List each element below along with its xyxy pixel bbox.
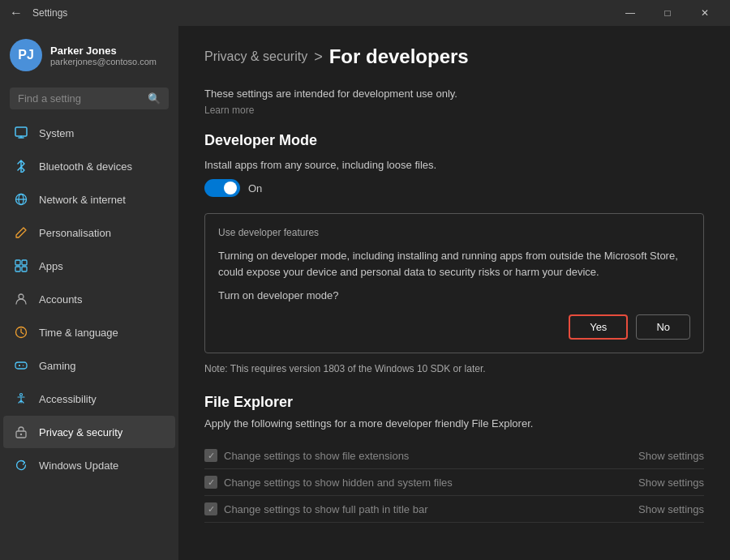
fe-show-settings-1[interactable]: Show settings xyxy=(638,477,704,489)
accessibility-icon xyxy=(13,391,29,407)
fe-show-settings-2[interactable]: Show settings xyxy=(638,503,704,515)
sidebar-item-time-label: Time & language xyxy=(39,327,118,339)
nav-items: System Bluetooth & devices Network & int… xyxy=(0,116,178,560)
fe-item-0: Change settings to show file extensions … xyxy=(204,442,704,469)
main-content: Privacy & security > For developers Thes… xyxy=(178,26,730,560)
sidebar-item-apps-label: Apps xyxy=(39,260,63,272)
fe-checkbox-1[interactable] xyxy=(204,476,217,489)
developer-mode-dialog: Use developer features Turning on develo… xyxy=(204,213,704,353)
dev-mode-buttons: Yes No xyxy=(218,314,690,340)
app-container: PJ Parker Jones parkerjones@contoso.com … xyxy=(0,26,730,560)
page-title: For developers xyxy=(329,45,469,68)
breadcrumb-link[interactable]: Privacy & security xyxy=(204,49,307,64)
dev-mode-warning: Turning on developer mode, including ins… xyxy=(218,248,690,280)
sidebar-item-personalisation[interactable]: Personalisation xyxy=(3,216,175,249)
page-subtitle: These settings are intended for developm… xyxy=(204,88,704,100)
sidebar-item-network-label: Network & internet xyxy=(39,194,126,206)
search-icon: 🔍 xyxy=(148,92,161,105)
sidebar-item-network[interactable]: Network & internet xyxy=(3,183,175,216)
sidebar-item-bluetooth[interactable]: Bluetooth & devices xyxy=(3,150,175,182)
accounts-icon xyxy=(13,291,29,307)
toggle-label: On xyxy=(248,182,262,195)
breadcrumb-separator: > xyxy=(314,49,323,66)
svg-point-8 xyxy=(19,294,24,299)
sidebar-item-accounts-label: Accounts xyxy=(39,293,82,306)
bluetooth-icon xyxy=(13,158,29,174)
yes-button[interactable]: Yes xyxy=(569,314,628,340)
minimize-button[interactable]: — xyxy=(612,0,649,26)
developer-mode-title: Developer Mode xyxy=(204,132,704,149)
sidebar-profile: PJ Parker Jones parkerjones@contoso.com xyxy=(0,26,178,84)
titlebar-controls: — □ ✕ xyxy=(612,0,724,26)
update-icon xyxy=(13,457,29,473)
fe-label-0: Change settings to show file extensions xyxy=(224,450,409,462)
file-explorer-description: Apply the following settings for a more … xyxy=(204,417,704,430)
titlebar-title: Settings xyxy=(32,7,67,19)
file-explorer-section: File Explorer Apply the following settin… xyxy=(204,394,704,523)
sidebar-item-privacy[interactable]: Privacy & security xyxy=(3,416,175,448)
fe-label-2: Change settings to show full path in tit… xyxy=(224,503,427,515)
developer-mode-toggle[interactable] xyxy=(204,179,240,197)
profile-info: Parker Jones parkerjones@contoso.com xyxy=(50,45,157,66)
dialog-section-label: Use developer features xyxy=(218,227,690,238)
file-explorer-title: File Explorer xyxy=(204,394,704,411)
svg-point-13 xyxy=(23,365,24,366)
dev-mode-note: Note: This requires version 1803 of the … xyxy=(204,363,704,374)
developer-mode-section: Developer Mode Install apps from any sou… xyxy=(204,132,704,374)
sidebar-item-bluetooth-label: Bluetooth & devices xyxy=(39,160,132,173)
sidebar-item-system-label: System xyxy=(39,127,74,139)
sidebar-item-accessibility[interactable]: Accessibility xyxy=(3,383,175,415)
sidebar-item-accessibility-label: Accessibility xyxy=(39,393,97,405)
search-box[interactable]: 🔍 xyxy=(10,88,169,109)
profile-name: Parker Jones xyxy=(50,45,157,57)
back-button[interactable]: ← xyxy=(6,6,26,20)
gaming-icon xyxy=(13,357,29,374)
svg-point-14 xyxy=(20,394,23,396)
time-icon xyxy=(13,324,29,340)
sidebar-item-gaming[interactable]: Gaming xyxy=(3,349,175,382)
maximize-button[interactable]: □ xyxy=(649,0,686,26)
sidebar-item-personalisation-label: Personalisation xyxy=(39,227,111,239)
apps-icon xyxy=(13,258,29,274)
svg-rect-10 xyxy=(15,362,27,369)
svg-rect-0 xyxy=(15,127,27,136)
privacy-icon xyxy=(13,424,29,440)
sidebar-item-gaming-label: Gaming xyxy=(39,360,76,372)
profile-email: parkerjones@contoso.com xyxy=(50,57,157,66)
titlebar-left: ← Settings xyxy=(6,6,67,20)
svg-rect-5 xyxy=(22,260,27,265)
sidebar-item-accounts[interactable]: Accounts xyxy=(3,283,175,315)
fe-item-1: Change settings to show hidden and syste… xyxy=(204,469,704,496)
sidebar: PJ Parker Jones parkerjones@contoso.com … xyxy=(0,26,178,560)
system-icon xyxy=(13,125,29,141)
sidebar-item-time[interactable]: Time & language xyxy=(3,316,175,348)
fe-show-settings-0[interactable]: Show settings xyxy=(638,450,704,462)
network-icon xyxy=(13,191,29,207)
personalisation-icon xyxy=(13,224,29,241)
breadcrumb: Privacy & security > For developers xyxy=(204,45,704,68)
toggle-row: On xyxy=(204,179,704,197)
fe-checkbox-2[interactable] xyxy=(204,502,217,515)
learn-more-link[interactable]: Learn more xyxy=(204,105,254,116)
svg-point-16 xyxy=(20,434,22,435)
svg-rect-6 xyxy=(15,267,20,271)
search-input[interactable] xyxy=(18,92,141,105)
svg-rect-7 xyxy=(22,267,27,271)
sidebar-item-privacy-label: Privacy & security xyxy=(39,426,122,438)
titlebar: ← Settings — □ ✕ xyxy=(0,0,730,26)
fe-label-1: Change settings to show hidden and syste… xyxy=(224,477,453,489)
developer-mode-description: Install apps from any source, including … xyxy=(204,159,704,171)
dev-mode-question: Turn on developer mode? xyxy=(218,289,690,301)
avatar: PJ xyxy=(10,39,42,71)
close-button[interactable]: ✕ xyxy=(686,0,724,26)
sidebar-item-update-label: Windows Update xyxy=(39,460,118,472)
fe-item-2: Change settings to show full path in tit… xyxy=(204,496,704,523)
fe-checkbox-0[interactable] xyxy=(204,449,217,462)
no-button[interactable]: No xyxy=(636,314,690,340)
svg-rect-4 xyxy=(15,260,20,265)
sidebar-item-system[interactable]: System xyxy=(3,117,175,149)
sidebar-item-apps[interactable]: Apps xyxy=(3,250,175,282)
sidebar-item-update[interactable]: Windows Update xyxy=(3,449,175,481)
